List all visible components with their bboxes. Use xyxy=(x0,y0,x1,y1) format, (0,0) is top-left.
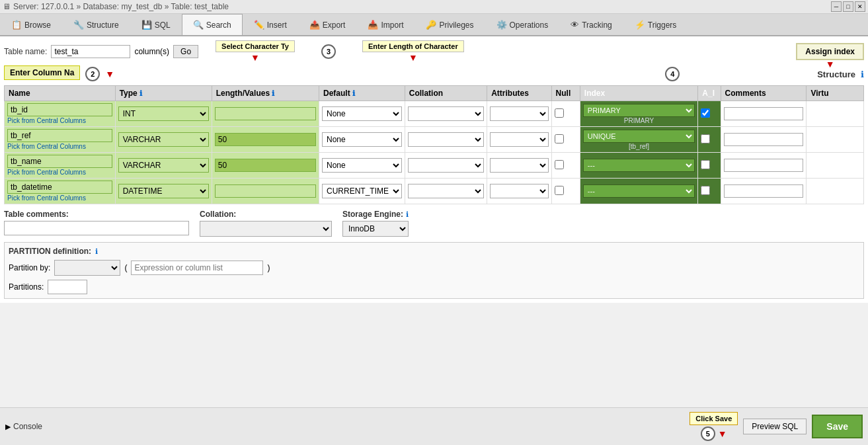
row4-name-input[interactable] xyxy=(7,181,112,194)
partitions-label: Partitions: xyxy=(9,282,44,292)
export-icon: 📤 xyxy=(309,20,320,30)
tab-triggers[interactable]: ⚡ Triggers xyxy=(623,14,688,35)
enter-length-callout: Enter Length of Character ▼ xyxy=(362,40,464,63)
row3-index-select[interactable]: --- PRIMARY UNIQUE xyxy=(583,159,695,172)
row3-attributes-select[interactable] xyxy=(490,158,548,173)
row4-type-select[interactable]: DATETIME INT VARCHAR xyxy=(118,184,209,198)
tab-export[interactable]: 📤 Export xyxy=(298,14,357,35)
row3-length-cell xyxy=(212,153,319,179)
tab-operations-label: Operations xyxy=(510,20,549,30)
minimize-button[interactable]: ─ xyxy=(831,1,842,12)
row4-null-checkbox[interactable] xyxy=(555,186,564,195)
tab-import[interactable]: 📥 Import xyxy=(356,14,414,35)
close-button[interactable]: ✕ xyxy=(855,1,865,12)
row2-index-select[interactable]: UNIQUE PRIMARY --- xyxy=(583,130,695,143)
row1-name-input[interactable] xyxy=(7,103,112,116)
row3-name-cell: Pick from Central Columns xyxy=(5,153,116,179)
row3-attributes-cell xyxy=(487,153,551,179)
row2-null-checkbox[interactable] xyxy=(555,134,564,143)
structure-label: Structure xyxy=(817,69,855,79)
storage-engine-select[interactable]: InnoDB MyISAM xyxy=(342,221,409,237)
tab-privileges[interactable]: 🔑 Privileges xyxy=(414,14,485,35)
tab-structure[interactable]: 🔧 Structure xyxy=(62,14,130,35)
row3-collation-select[interactable] xyxy=(408,158,484,173)
row4-collation-select[interactable] xyxy=(408,184,484,198)
type-help-icon[interactable]: ℹ xyxy=(139,89,142,97)
table-row: Pick from Central Columns DATETIME INT V… xyxy=(5,179,864,204)
row4-length-input[interactable] xyxy=(215,184,316,198)
row1-collation-select[interactable] xyxy=(408,106,484,121)
structure-help-icon[interactable]: ℹ xyxy=(861,69,864,79)
collation-label: Collation: xyxy=(200,210,332,219)
structure-icon: 🔧 xyxy=(73,20,84,30)
row3-pick-link[interactable]: Pick from Central Columns xyxy=(7,169,112,176)
privileges-icon: 🔑 xyxy=(426,20,436,30)
row3-name-input[interactable] xyxy=(7,155,112,168)
row2-ai-checkbox[interactable] xyxy=(701,134,710,143)
row3-length-input[interactable] xyxy=(215,159,316,172)
row2-attributes-select[interactable] xyxy=(490,132,548,147)
tab-operations[interactable]: ⚙️ Operations xyxy=(485,14,560,35)
row3-ai-checkbox[interactable] xyxy=(701,160,710,169)
sql-icon: 💾 xyxy=(141,20,152,30)
table-comments-input[interactable] xyxy=(4,221,189,235)
partition-by-select[interactable] xyxy=(54,260,120,276)
row3-collation-cell xyxy=(405,153,487,179)
row1-type-select[interactable]: INT VARCHAR DATETIME xyxy=(118,106,209,121)
row2-name-input[interactable] xyxy=(7,129,112,142)
th-attributes: Attributes xyxy=(487,86,551,101)
row3-type-select[interactable]: VARCHAR INT DATETIME xyxy=(118,158,209,173)
maximize-button[interactable]: □ xyxy=(843,1,853,12)
row1-comment-input[interactable] xyxy=(724,107,804,120)
row2-collation-select[interactable] xyxy=(408,132,484,147)
partition-expr-input[interactable] xyxy=(131,261,263,275)
tab-sql[interactable]: 💾 SQL xyxy=(130,14,182,35)
row1-index-select[interactable]: PRIMARY UNIQUE --- xyxy=(583,104,695,117)
row4-pick-link[interactable]: Pick from Central Columns xyxy=(7,194,112,202)
row2-comment-input[interactable] xyxy=(724,133,804,146)
row4-index-cell: --- PRIMARY UNIQUE xyxy=(580,179,697,204)
storage-help-icon[interactable]: ℹ xyxy=(406,210,409,219)
row4-attributes-select[interactable] xyxy=(490,184,548,198)
row4-index-select[interactable]: --- PRIMARY UNIQUE xyxy=(583,184,695,198)
row1-virtual-cell xyxy=(807,101,864,127)
row3-null-checkbox[interactable] xyxy=(555,160,564,169)
row4-type-cell: DATETIME INT VARCHAR xyxy=(115,179,212,204)
row1-pick-link[interactable]: Pick from Central Columns xyxy=(7,117,112,124)
row2-type-select[interactable]: VARCHAR INT DATETIME xyxy=(118,132,209,147)
row1-null-checkbox[interactable] xyxy=(555,108,564,118)
import-icon: 📥 xyxy=(368,20,378,30)
row2-length-input[interactable] xyxy=(215,133,316,146)
collation-select[interactable] xyxy=(200,221,332,237)
assign-index-button[interactable]: Assign index xyxy=(796,43,864,60)
row1-ai-checkbox[interactable] xyxy=(701,108,710,118)
row2-comment-cell xyxy=(721,127,807,153)
row3-comment-input[interactable] xyxy=(724,159,804,172)
length-help-icon[interactable]: ℹ xyxy=(272,89,274,97)
row3-comment-cell xyxy=(721,153,807,179)
partitions-num-input[interactable] xyxy=(48,280,87,294)
row3-default-select[interactable]: None xyxy=(322,158,402,173)
row2-default-select[interactable]: None xyxy=(322,132,402,147)
row4-ai-checkbox[interactable] xyxy=(701,186,710,195)
partition-help-icon[interactable]: ℹ xyxy=(95,247,98,256)
table-name-input[interactable] xyxy=(51,45,130,58)
row4-default-select[interactable]: CURRENT_TIME None xyxy=(322,184,402,198)
row2-pick-link[interactable]: Pick from Central Columns xyxy=(7,143,112,150)
row1-default-select[interactable]: None xyxy=(322,106,402,121)
default-help-icon[interactable]: ℹ xyxy=(352,89,355,97)
tab-insert[interactable]: ✏️ Insert xyxy=(243,14,298,35)
go-button[interactable]: Go xyxy=(173,45,198,58)
tab-tracking[interactable]: 👁 Tracking xyxy=(559,14,623,35)
browse-icon: 📋 xyxy=(11,20,22,30)
row2-ai-cell xyxy=(698,127,721,153)
partitions-row: Partitions: xyxy=(9,280,859,294)
row1-length-input[interactable] xyxy=(215,107,316,120)
row4-comment-input[interactable] xyxy=(724,184,804,198)
tab-browse[interactable]: 📋 Browse xyxy=(0,14,62,35)
select-char-label: Select Character Ty xyxy=(216,40,295,52)
row1-attributes-select[interactable] xyxy=(490,106,548,121)
th-name: Name xyxy=(5,86,116,101)
tab-search[interactable]: 🔍 Search xyxy=(182,14,243,35)
tab-insert-label: Insert xyxy=(267,20,287,30)
